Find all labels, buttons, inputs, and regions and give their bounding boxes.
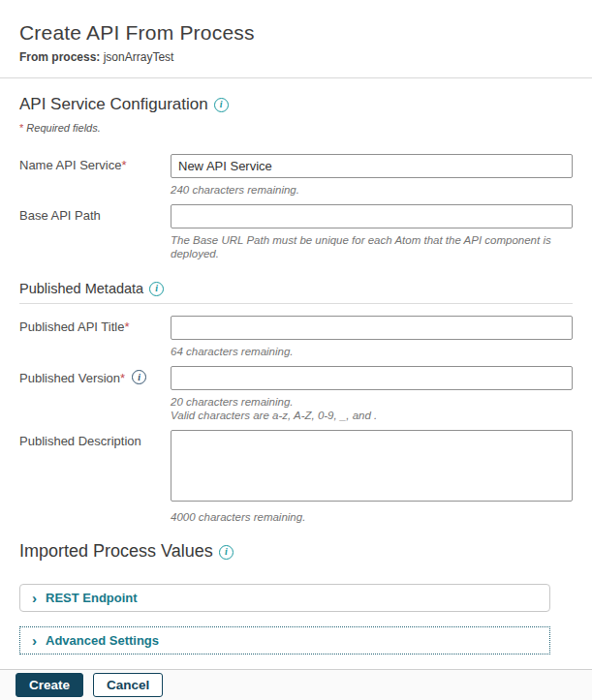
published-description-control: 4000 characters remaining. (171, 430, 573, 524)
base-api-path-row: Base API Path The Base URL Path must be … (19, 204, 573, 260)
base-api-path-control: The Base URL Path must be unique for eac… (171, 204, 573, 260)
from-process-line: From process: jsonArrayTest (19, 50, 573, 65)
panel-advanced-settings[interactable]: › Advanced Settings (19, 626, 550, 654)
published-version-required: * (120, 371, 125, 385)
published-api-title-required: * (124, 320, 129, 334)
published-api-title-row: Published API Title* 64 characters remai… (19, 316, 573, 358)
published-version-helper2: Valid characters are a-z, A-Z, 0-9, _, a… (171, 409, 573, 422)
name-api-service-control: 240 characters remaining. (171, 154, 573, 197)
info-icon[interactable]: i (149, 282, 164, 296)
published-description-label: Published Description (19, 430, 171, 524)
name-api-service-label: Name API Service* (19, 154, 171, 197)
published-api-title-control: 64 characters remaining. (171, 316, 573, 358)
from-process-value: jsonArrayTest (104, 50, 174, 64)
published-version-control: 20 characters remaining. Valid character… (171, 366, 573, 422)
published-api-title-helper: 64 characters remaining. (171, 345, 573, 358)
name-api-service-input[interactable] (171, 154, 573, 178)
info-icon[interactable]: i (214, 98, 229, 112)
main-content: API Service Configurationi * Required fi… (0, 78, 592, 669)
base-api-path-input[interactable] (171, 204, 573, 228)
page-title: Create API From Process (19, 20, 573, 46)
section-imported-process-values: Imported Process Valuesi (19, 539, 573, 563)
panel-rest-endpoint[interactable]: › REST Endpoint (19, 584, 550, 612)
section-published-metadata-title: Published Metadata (19, 281, 143, 296)
name-api-service-helper: 240 characters remaining. (171, 183, 573, 197)
published-description-row: Published Description 4000 characters re… (19, 430, 573, 524)
chevron-right-icon: › (32, 633, 37, 648)
footer-action-bar: Create Cancel (0, 669, 592, 700)
accordion-panels: › REST Endpoint › Advanced Settings (19, 584, 550, 654)
api-service-form: Name API Service* 240 characters remaini… (19, 154, 573, 260)
section-imported-process-values-title: Imported Process Values (19, 541, 213, 561)
published-version-input[interactable] (171, 366, 573, 390)
section-published-metadata: Published Metadatai (19, 280, 573, 297)
published-description-helper: 4000 characters remaining. (171, 510, 573, 524)
published-api-title-label: Published API Title* (19, 316, 171, 358)
published-version-label-text: Published Version (19, 371, 120, 385)
required-note-text: Required fields. (26, 122, 100, 134)
name-api-service-row: Name API Service* 240 characters remaini… (19, 154, 573, 197)
required-asterisk: * (19, 122, 23, 134)
section-api-service-configuration: API Service Configurationi (19, 93, 573, 116)
from-process-label: From process: (19, 50, 100, 64)
published-version-label: Published Version*i (19, 366, 171, 422)
create-button[interactable]: Create (16, 673, 83, 697)
panel-rest-endpoint-label: REST Endpoint (46, 591, 138, 605)
base-api-path-helper: The Base URL Path must be unique for eac… (171, 233, 573, 260)
name-api-service-label-text: Name API Service (19, 158, 122, 172)
panel-advanced-settings-label: Advanced Settings (46, 633, 159, 648)
published-description-textarea[interactable] (171, 430, 573, 502)
published-description-label-text: Published Description (19, 434, 141, 448)
info-icon[interactable]: i (132, 370, 146, 384)
base-api-path-label-text: Base API Path (19, 208, 101, 223)
published-api-title-label-text: Published API Title (19, 320, 124, 334)
name-api-service-required: * (122, 158, 127, 172)
published-metadata-form: Published API Title* 64 characters remai… (19, 316, 573, 524)
base-api-path-label: Base API Path (19, 204, 171, 260)
required-fields-note: * Required fields. (19, 121, 573, 135)
info-icon[interactable]: i (219, 545, 234, 560)
chevron-right-icon: › (32, 591, 37, 605)
section-api-service-configuration-title: API Service Configuration (19, 95, 208, 113)
published-version-row: Published Version*i 20 characters remain… (19, 366, 573, 422)
cancel-button[interactable]: Cancel (93, 673, 163, 697)
published-version-helper: 20 characters remaining. (171, 395, 573, 409)
published-metadata-divider (19, 303, 573, 304)
published-api-title-input[interactable] (171, 316, 573, 340)
page-header: Create API From Process From process: js… (0, 0, 592, 78)
